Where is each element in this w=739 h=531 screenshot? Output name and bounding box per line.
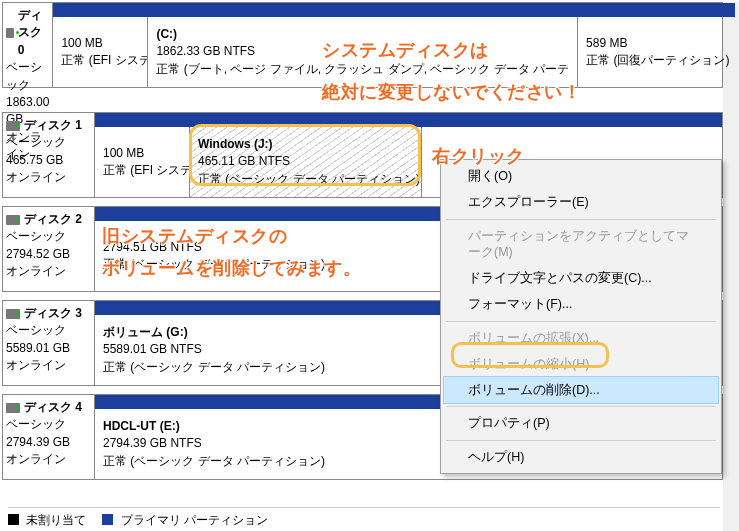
legend: 未割り当て プライマリ パーティション — [8, 507, 720, 529]
disk-icon — [6, 403, 20, 413]
disk-name: ディスク 3 — [24, 305, 82, 322]
disk-icon — [6, 309, 20, 319]
partition-title: Windows (J:) — [198, 136, 413, 153]
partition-size: 100 MB — [61, 35, 139, 52]
menu-open[interactable]: 開く(O) — [444, 163, 718, 189]
disk-info-cell[interactable]: ディスク 0 ベーシック 1863.00 GB オンライン — [3, 3, 53, 87]
disk-size: 465.75 GB — [6, 152, 91, 169]
disk-header-stripe — [95, 113, 722, 127]
disk-icon — [6, 215, 20, 225]
disk-info-cell[interactable]: ディスク 3 ベーシック 5589.01 GB オンライン — [3, 301, 95, 385]
disk-name: ディスク 4 — [24, 399, 82, 416]
disk-status: オンライン — [6, 451, 91, 468]
disk-status: オンライン — [6, 263, 91, 280]
menu-extend-volume: ボリュームの拡張(X)... — [444, 325, 718, 351]
partition-size: 589 MB — [586, 35, 727, 52]
partition-cell[interactable]: (C:) 1862.33 GB NTFS 正常 (ブート, ページ ファイル, … — [147, 17, 577, 87]
partition-size: 1862.33 GB NTFS — [156, 43, 569, 60]
partition-cell[interactable]: 589 MB 正常 (回復パーティション) — [577, 17, 735, 87]
menu-delete-volume[interactable]: ボリュームの削除(D)... — [444, 377, 718, 403]
disk-name: ディスク 1 — [24, 117, 82, 134]
menu-help[interactable]: ヘルプ(H) — [444, 444, 718, 470]
partition-cell-selected[interactable]: Windows (J:) 465.11 GB NTFS 正常 (ベーシック デー… — [189, 127, 421, 197]
partition-status: 正常 (ブート, ページ ファイル, クラッシュ ダンプ, ベーシック データ … — [156, 61, 569, 78]
disk-type: ベーシック — [6, 59, 49, 94]
menu-separator — [446, 321, 716, 322]
partition-cell[interactable]: 100 MB 正常 (EFI システム — [95, 127, 189, 197]
disk-icon — [6, 28, 14, 38]
partition-status: 正常 (ベーシック データ パーティション) — [198, 171, 413, 188]
partition-status: 正常 (回復パーティション) — [586, 52, 727, 69]
menu-mark-active: パーティションをアクティブとしてマーク(M) — [444, 223, 718, 266]
partition-status: 正常 (EFI システム — [103, 162, 181, 179]
partition-size: 100 MB — [103, 145, 181, 162]
disk-size: 2794.52 GB — [6, 246, 91, 263]
legend-label-primary: プライマリ パーティション — [121, 513, 268, 527]
disk-info-cell[interactable]: ディスク 1 ベーシック 465.75 GB オンライン — [3, 113, 95, 197]
disk-info-cell[interactable]: ディスク 4 ベーシック 2794.39 GB オンライン — [3, 395, 95, 479]
disk-name: ディスク 0 — [18, 7, 50, 59]
disk-header-stripe — [53, 3, 735, 17]
disk-type: ベーシック — [6, 416, 91, 433]
disk-icon — [6, 121, 20, 131]
disk-type: ベーシック — [6, 322, 91, 339]
partition-size: 465.11 GB NTFS — [198, 153, 413, 170]
disk-size: 2794.39 GB — [6, 434, 91, 451]
disk-status: オンライン — [6, 357, 91, 374]
menu-separator — [446, 440, 716, 441]
menu-separator — [446, 406, 716, 407]
menu-properties[interactable]: プロパティ(P) — [444, 410, 718, 436]
disk-type: ベーシック — [6, 228, 91, 245]
menu-shrink-volume: ボリュームの縮小(H)... — [444, 351, 718, 377]
menu-separator — [446, 219, 716, 220]
legend-swatch-unallocated — [8, 514, 19, 525]
legend-swatch-primary — [102, 514, 113, 525]
disk-type: ベーシック — [6, 134, 91, 151]
partition-cell[interactable]: 100 MB 正常 (EFI システム — [53, 17, 147, 87]
legend-label-unallocated: 未割り当て — [26, 513, 86, 527]
disk-size: 5589.01 GB — [6, 340, 91, 357]
menu-change-drive-letter[interactable]: ドライブ文字とパスの変更(C)... — [444, 265, 718, 291]
disk-status: オンライン — [6, 169, 91, 186]
partition-title: (C:) — [156, 26, 569, 43]
disk-row-0[interactable]: ディスク 0 ベーシック 1863.00 GB オンライン 100 MB 正常 … — [2, 2, 723, 88]
context-menu: 開く(O) エクスプローラー(E) パーティションをアクティブとしてマーク(M)… — [440, 159, 722, 474]
disk-info-cell[interactable]: ディスク 2 ベーシック 2794.52 GB オンライン — [3, 207, 95, 291]
partition-status: 正常 (EFI システム — [61, 52, 139, 69]
disk-name: ディスク 2 — [24, 211, 82, 228]
menu-format[interactable]: フォーマット(F)... — [444, 291, 718, 317]
menu-explorer[interactable]: エクスプローラー(E) — [444, 189, 718, 215]
